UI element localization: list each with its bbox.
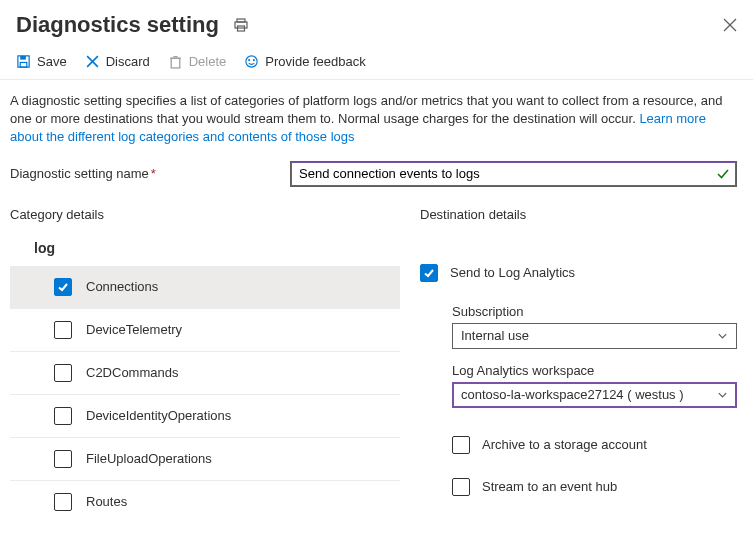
discard-button[interactable]: Discard [85,54,150,69]
svg-rect-1 [235,22,247,28]
category-label: Routes [86,494,127,509]
category-item-devicetelemetry[interactable]: DeviceTelemetry [10,309,400,352]
dest-eventhub-label: Stream to an event hub [482,479,617,494]
checkbox-routes[interactable] [54,493,72,511]
chevron-down-icon [717,330,728,341]
category-item-connections[interactable]: Connections [10,266,400,309]
loganalytics-config: Subscription Internal use Log Analytics … [420,304,737,408]
discard-label: Discard [106,54,150,69]
category-list: Connections DeviceTelemetry C2DCommands … [10,266,400,523]
name-label: Diagnostic setting name* [10,166,280,181]
check-icon [717,168,729,180]
close-icon[interactable] [723,18,737,32]
category-label: Connections [86,279,158,294]
print-icon[interactable] [233,17,249,33]
feedback-icon [244,54,259,69]
description-text: A diagnostic setting specifies a list of… [10,93,722,126]
category-label: DeviceTelemetry [86,322,182,337]
name-row: Diagnostic setting name* [0,147,753,193]
svg-point-15 [254,60,255,61]
category-label: DeviceIdentityOperations [86,408,231,423]
feedback-label: Provide feedback [265,54,365,69]
svg-point-14 [249,60,250,61]
checkbox-connections[interactable] [54,278,72,296]
dest-eventhub[interactable]: Stream to an event hub [420,464,737,500]
save-button[interactable]: Save [16,54,67,69]
workspace-label: Log Analytics workspace [452,363,737,378]
destination-header: Destination details [420,199,737,234]
svg-rect-6 [20,56,26,60]
checkbox-eventhub[interactable] [452,478,470,496]
category-item-fileupload[interactable]: FileUploadOperations [10,438,400,481]
checkbox-fileupload[interactable] [54,450,72,468]
svg-rect-7 [20,62,27,67]
delete-label: Delete [189,54,227,69]
required-asterisk: * [151,166,156,181]
log-group-header: log [10,234,400,266]
dest-loganalytics-label: Send to Log Analytics [450,265,575,280]
destination-column: Destination details Send to Log Analytic… [420,199,737,523]
discard-icon [85,54,100,69]
checkbox-deviceidentity[interactable] [54,407,72,425]
dest-storage[interactable]: Archive to a storage account [420,422,737,458]
category-label: C2DCommands [86,365,178,380]
delete-icon [168,54,183,69]
dest-loganalytics[interactable]: Send to Log Analytics [420,234,737,296]
svg-rect-10 [171,58,180,68]
category-column: Category details log Connections DeviceT… [10,199,400,523]
toolbar: Save Discard Delete Provide feedback [0,46,753,80]
subscription-value: Internal use [461,328,529,343]
delete-button: Delete [168,54,227,69]
checkbox-loganalytics[interactable] [420,264,438,282]
checkbox-devicetelemetry[interactable] [54,321,72,339]
subscription-select[interactable]: Internal use [452,323,737,349]
name-input-wrap [290,161,737,187]
save-label: Save [37,54,67,69]
svg-point-13 [246,56,257,67]
category-item-c2dcommands[interactable]: C2DCommands [10,352,400,395]
name-input[interactable] [290,161,737,187]
category-header: Category details [10,199,400,234]
name-label-text: Diagnostic setting name [10,166,149,181]
checkbox-storage[interactable] [452,436,470,454]
checkbox-c2dcommands[interactable] [54,364,72,382]
category-item-routes[interactable]: Routes [10,481,400,523]
category-label: FileUploadOperations [86,451,212,466]
workspace-select[interactable]: contoso-la-workspace27124 ( westus ) [452,382,737,408]
subscription-label: Subscription [452,304,737,319]
columns: Category details log Connections DeviceT… [0,193,753,523]
workspace-value: contoso-la-workspace27124 ( westus ) [461,387,684,402]
save-icon [16,54,31,69]
description: A diagnostic setting specifies a list of… [0,80,753,147]
category-item-deviceidentity[interactable]: DeviceIdentityOperations [10,395,400,438]
chevron-down-icon [717,389,728,400]
header: Diagnostics setting [0,0,753,46]
feedback-button[interactable]: Provide feedback [244,54,365,69]
dest-storage-label: Archive to a storage account [482,437,647,452]
page-title: Diagnostics setting [16,12,219,38]
